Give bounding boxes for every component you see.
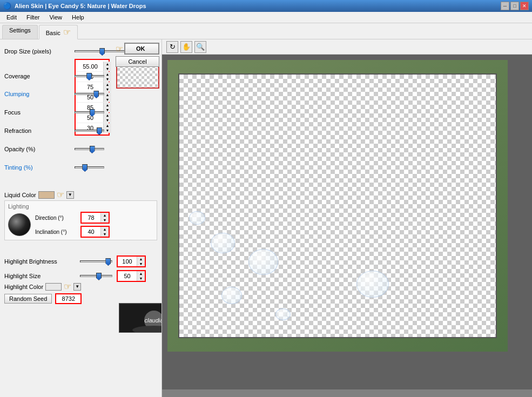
highlight-color-swatch[interactable] [45, 283, 62, 291]
direction-input[interactable] [82, 213, 100, 222]
inclination-input[interactable] [82, 227, 100, 236]
highlight-color-cursor-icon: ☞ [64, 281, 71, 292]
tab-settings[interactable]: Settings [2, 25, 38, 39]
focus-row: Focus [4, 109, 107, 116]
drop-size-down[interactable]: ▼ [104, 66, 111, 71]
refraction-row: Refraction [4, 127, 107, 134]
svg-text:claudia: claudia [145, 317, 162, 324]
menu-bar: Edit Filter View Help [0, 12, 532, 23]
liquid-color-row: Liquid Color ☞ ▼ [4, 190, 74, 200]
sliders-area: Coverage Clumping Focus Re [4, 73, 107, 174]
drop-size-slider[interactable] [99, 48, 105, 56]
water-background [167, 60, 508, 352]
tinting-label: Tinting (%) [4, 164, 75, 171]
lighting-section: Lighting Direction (°) ▲ ▼ [4, 200, 157, 240]
liquid-color-dropdown[interactable]: ▼ [66, 191, 74, 199]
highlight-brightness-slider[interactable] [105, 258, 111, 266]
drop-size-up[interactable]: ▲ [104, 62, 111, 66]
highlight-color-dropdown[interactable]: ▼ [73, 283, 81, 291]
direction-label: Direction (°) [35, 215, 78, 221]
liquid-color-label: Liquid Color [4, 192, 36, 198]
main-layout: ☞ OK Cancel Drop Size (pixels) ▲ [0, 39, 532, 397]
water-drop-4 [221, 287, 242, 304]
ok-cursor-icon: ☞ [116, 44, 123, 54]
direction-down[interactable]: ▼ [101, 218, 109, 223]
lighting-sphere [8, 213, 31, 236]
clumping-label: Clumping [4, 91, 75, 97]
direction-row: Direction (°) ▲ ▼ [35, 212, 153, 224]
highlight-color-label: Highlight Color [4, 284, 43, 290]
refraction-label: Refraction [4, 127, 75, 134]
title-bar: 🔵 Alien Skin | Eye Candy 5: Nature | Wat… [0, 0, 532, 12]
highlight-size-slider[interactable] [96, 273, 102, 280]
highlight-brightness-label: Highlight Brightness [4, 258, 80, 265]
highlight-brightness-input[interactable] [118, 257, 137, 266]
direction-spinbox: ▲ ▼ [80, 212, 110, 224]
hand-tool-button[interactable]: ✋ [180, 41, 192, 53]
drop-size-label: Drop Size (pixels) [4, 48, 75, 55]
tinting-row: Tinting (%) [4, 164, 107, 171]
canvas-toolbar: ↻ ✋ 🔍 [162, 39, 532, 55]
inclination-row: Inclination (°) ▲ ▼ [35, 226, 153, 238]
random-seed-row: Random Seed [4, 293, 82, 304]
liquid-color-cursor-icon: ☞ [57, 190, 64, 200]
menu-help[interactable]: Help [68, 13, 89, 22]
hs-down[interactable]: ▼ [137, 276, 145, 281]
liquid-color-swatch[interactable] [38, 191, 55, 199]
direction-up[interactable]: ▲ [101, 213, 109, 218]
water-drop-2 [211, 233, 235, 253]
refresh-button[interactable]: ↻ [166, 41, 178, 53]
claudia-preview: claudia [119, 303, 162, 333]
coverage-slider[interactable] [86, 73, 92, 80]
inclination-up[interactable]: ▲ [101, 227, 109, 232]
opacity-slider[interactable] [90, 146, 95, 153]
tinting-slider[interactable] [82, 164, 87, 172]
random-seed-spinbox [55, 293, 82, 304]
hs-up[interactable]: ▲ [137, 271, 145, 276]
highlight-color-row: Highlight Color ☞ ▼ [4, 281, 81, 292]
close-button[interactable]: ✕ [520, 2, 529, 10]
coverage-label: Coverage [4, 73, 75, 79]
highlight-size-label: Highlight Size [4, 273, 80, 279]
highlight-area: Highlight Brightness ▲ ▼ Highlight Size [4, 255, 157, 285]
canvas-area [162, 55, 532, 389]
inclination-label: Inclination (°) [35, 229, 78, 235]
hb-down[interactable]: ▼ [137, 261, 145, 266]
hb-up[interactable]: ▲ [137, 257, 145, 261]
minimize-button[interactable]: ─ [501, 2, 509, 10]
drop-size-input[interactable] [77, 62, 103, 71]
drop-size-spinbox: ▲ ▼ [77, 62, 107, 72]
water-drop-1 [189, 211, 205, 225]
water-drop-6 [356, 271, 389, 298]
highlight-size-input[interactable] [118, 272, 137, 280]
refraction-slider[interactable] [97, 127, 102, 135]
zoom-tool-button[interactable]: 🔍 [194, 41, 206, 53]
menu-filter[interactable]: Filter [22, 13, 44, 22]
inclination-spinbox: ▲ ▼ [80, 226, 110, 238]
lighting-section-label: Lighting [8, 203, 153, 210]
claudia-image: claudia [119, 304, 162, 332]
focus-label: Focus [4, 109, 75, 116]
tab-basic[interactable]: Basic ☞ [39, 25, 78, 39]
inclination-down[interactable]: ▼ [101, 232, 109, 237]
opacity-label: Opacity (%) [4, 146, 75, 152]
window-title: Alien Skin | Eye Candy 5: Nature | Water… [15, 3, 146, 9]
ok-button[interactable]: OK [124, 43, 159, 55]
cancel-button[interactable]: Cancel [116, 56, 159, 67]
preview-canvas [167, 60, 508, 352]
random-seed-button[interactable]: Random Seed [4, 294, 52, 304]
opacity-row: Opacity (%) [4, 146, 107, 152]
water-drop-3 [248, 249, 278, 275]
random-seed-input[interactable] [56, 294, 80, 303]
maximize-button[interactable]: □ [510, 2, 519, 10]
focus-slider[interactable] [90, 109, 95, 117]
right-panel: ↻ ✋ 🔍 [162, 39, 532, 397]
menu-edit[interactable]: Edit [2, 13, 21, 22]
clumping-row: Clumping [4, 91, 107, 97]
left-panel: ☞ OK Cancel Drop Size (pixels) ▲ [0, 39, 162, 397]
menu-view[interactable]: View [45, 13, 66, 22]
highlight-brightness-row: Highlight Brightness ▲ ▼ [4, 255, 157, 267]
water-drop-5 [275, 308, 291, 320]
clumping-slider[interactable] [93, 91, 99, 98]
app-icon: 🔵 [3, 2, 11, 10]
